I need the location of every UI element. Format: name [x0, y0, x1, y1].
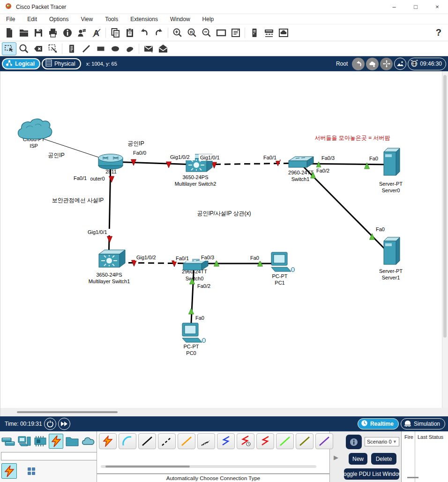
physical-tab[interactable]: Physical — [42, 58, 81, 69]
logging-icon[interactable]: A — [89, 26, 104, 39]
menu-window[interactable]: Window — [164, 16, 196, 23]
undo-icon[interactable] — [137, 26, 151, 39]
add-complex-pdu-icon[interactable] — [156, 42, 170, 55]
panel-expander-icon[interactable]: ▶ — [334, 454, 338, 461]
note-annotation[interactable]: 서버들을 모아놓은곳 = 서버팜 — [314, 135, 390, 141]
maximize-button[interactable]: □ — [405, 0, 426, 14]
move-object-button[interactable] — [380, 58, 393, 70]
cable-coaxial-icon[interactable] — [217, 433, 235, 449]
simulation-tab[interactable]: Simulation — [401, 418, 445, 429]
note-annotation[interactable]: 공인IP — [48, 152, 64, 158]
zoom-reset-icon[interactable]: R — [185, 26, 199, 39]
link-switch0-pc0[interactable] — [191, 264, 194, 332]
link-switch1-server1[interactable] — [303, 166, 390, 254]
device-multilayer-switch1[interactable] — [99, 250, 125, 267]
device-router0[interactable] — [98, 154, 123, 170]
cable-serial-dce-icon[interactable] — [237, 433, 254, 449]
subcategory-structured-cabling[interactable] — [23, 463, 39, 479]
logical-workspace[interactable]: Cloud-PT ISP 2811 Router0 3650-24PS Mult… — [0, 71, 448, 416]
menu-tools[interactable]: Tools — [99, 16, 124, 23]
cable-usb-icon[interactable] — [315, 433, 333, 449]
draw-ellipse-tool-icon[interactable] — [108, 42, 122, 55]
connection-scrollbar-thumb[interactable] — [105, 466, 190, 467]
copy-icon[interactable] — [108, 26, 122, 39]
horizontal-scrollbar-thumb[interactable] — [17, 411, 118, 413]
cloud-dialog-icon[interactable] — [276, 26, 291, 39]
zoom-out-icon[interactable] — [199, 26, 214, 39]
menu-options[interactable]: Options — [43, 16, 75, 23]
vertical-scrollbar-thumb[interactable] — [443, 75, 447, 338]
subcategory-connections[interactable] — [1, 463, 17, 479]
activity-wizard-icon[interactable] — [75, 26, 89, 39]
device-search-input[interactable] — [1, 452, 97, 460]
zoom-in-icon[interactable] — [170, 26, 185, 39]
menu-edit[interactable]: Edit — [21, 16, 43, 23]
inspect-tool-icon[interactable] — [16, 42, 31, 55]
cable-fiber-icon[interactable] — [178, 433, 195, 449]
device-server0[interactable] — [384, 148, 400, 175]
set-tiled-background-button[interactable] — [394, 58, 406, 70]
cable-auto-icon[interactable] — [99, 433, 117, 449]
vertical-scrollbar[interactable] — [442, 71, 448, 408]
help-icon[interactable]: ? — [436, 27, 441, 38]
minimize-button[interactable]: – — [383, 0, 405, 14]
save-icon[interactable] — [31, 26, 45, 39]
link-switch1-server0[interactable] — [300, 164, 390, 165]
draw-line-tool-icon[interactable] — [79, 42, 93, 55]
custom-devices-dialog-icon[interactable] — [228, 26, 243, 39]
note-annotation[interactable]: 보안관점에선 사설IP — [52, 197, 104, 203]
open-folder-icon[interactable] — [16, 26, 31, 39]
place-note-tool-icon[interactable] — [64, 42, 79, 55]
close-button[interactable]: × — [426, 0, 448, 14]
note-annotation[interactable]: 공인IP/사설IP 상관(x) — [197, 210, 251, 217]
fast-forward-button[interactable] — [58, 418, 70, 430]
menu-view[interactable]: View — [75, 16, 99, 23]
tower-device-icon[interactable] — [247, 26, 261, 39]
network-info-icon[interactable] — [60, 26, 75, 39]
category-network-devices[interactable] — [1, 434, 15, 449]
scenario-delete-button[interactable]: Delete — [371, 453, 396, 465]
menu-help[interactable]: Help — [196, 16, 220, 23]
device-pc1[interactable] — [271, 252, 295, 272]
category-multiuser[interactable] — [81, 434, 95, 449]
rack-device-icon[interactable] — [261, 26, 276, 39]
cable-phone-icon[interactable] — [197, 433, 215, 449]
logical-tab[interactable]: Logical — [2, 58, 40, 69]
cable-console-icon[interactable] — [119, 433, 136, 449]
realtime-tab[interactable]: Realtime — [358, 418, 399, 429]
cable-copper-crossover-icon[interactable] — [158, 433, 176, 449]
draw-freeform-tool-icon[interactable] — [122, 42, 137, 55]
scenario-dropdown[interactable]: Scenario 0 ▼ — [365, 437, 399, 446]
category-connections[interactable] — [49, 434, 63, 449]
environment-clock[interactable]: 09:46:30 — [408, 58, 446, 70]
menu-extensions[interactable]: Extensions — [124, 16, 164, 23]
category-end-devices[interactable] — [17, 434, 31, 449]
device-cloud-isp[interactable] — [18, 119, 52, 139]
new-cluster-button[interactable] — [366, 58, 379, 70]
category-miscellaneous[interactable] — [65, 434, 79, 449]
delete-tool-icon[interactable] — [31, 42, 45, 55]
add-simple-pdu-icon[interactable] — [141, 42, 156, 55]
cable-serial-dte-icon[interactable] — [256, 433, 274, 449]
horizontal-scrollbar[interactable] — [0, 408, 448, 416]
device-pc0[interactable] — [182, 323, 206, 343]
cable-iot-custom-icon[interactable] — [296, 433, 314, 449]
device-switch1[interactable] — [289, 157, 314, 167]
draw-rectangle-tool-icon[interactable] — [93, 42, 108, 55]
scenario-info-button[interactable] — [346, 435, 362, 449]
cable-octal-icon[interactable] — [276, 433, 294, 449]
device-server1[interactable] — [384, 237, 400, 264]
select-tool-icon[interactable] — [2, 42, 16, 55]
category-components[interactable] — [33, 434, 47, 449]
menu-file[interactable]: File — [0, 16, 21, 23]
paste-icon[interactable] — [122, 26, 137, 39]
print-icon[interactable] — [45, 26, 60, 39]
link-router0-mls2[interactable] — [111, 162, 195, 165]
toggle-pdu-list-button[interactable]: Toggle PDU List Window — [344, 468, 399, 480]
connection-scrollbar[interactable] — [101, 465, 316, 468]
power-cycle-button[interactable] — [44, 418, 56, 430]
cable-copper-straight-icon[interactable] — [138, 433, 156, 449]
resize-shape-tool-icon[interactable] — [45, 42, 60, 55]
redo-icon[interactable] — [151, 26, 166, 39]
scenario-new-button[interactable]: New — [349, 453, 367, 465]
